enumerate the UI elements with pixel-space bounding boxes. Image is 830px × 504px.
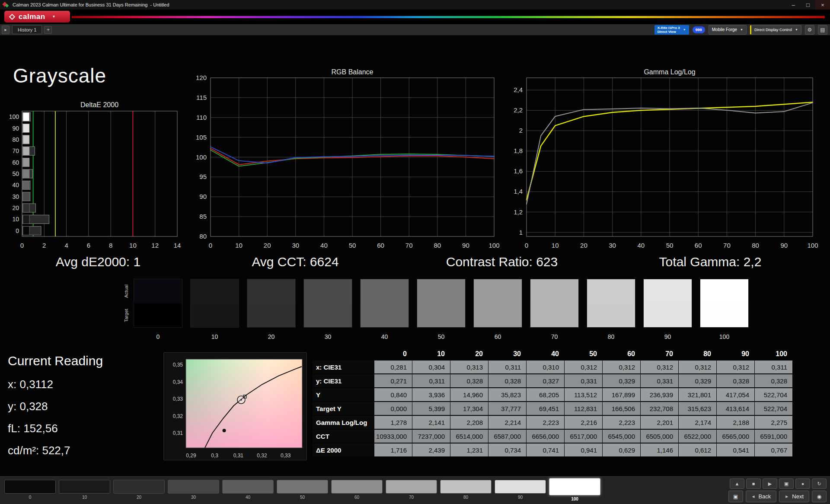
spectrum-gradient-bar <box>72 16 825 18</box>
axis-tick-label: 2 <box>42 242 46 249</box>
settings-gear-button[interactable]: ⚙ <box>805 25 814 35</box>
axis-tick-label: 110 <box>196 114 207 121</box>
source-dropdown[interactable]: Mobile Forge ▼ <box>709 25 747 35</box>
axis-tick-label: 105 <box>196 134 207 141</box>
axis-tick-label: 0,35 <box>173 362 183 368</box>
tab-history-1[interactable]: History 1 <box>12 25 42 34</box>
swatch-actual <box>587 279 635 303</box>
pattern-label: 70 <box>386 495 437 500</box>
axis-tick-label: 20 <box>264 242 271 248</box>
table-cell: 2,439 <box>412 443 450 456</box>
gray-chip <box>23 124 29 133</box>
table-cell: 522,704 <box>755 402 792 415</box>
pattern-button-70[interactable]: 70 <box>386 480 437 500</box>
swatch-level-label: 50 <box>417 333 466 340</box>
axis-tick-label: 4 <box>64 242 68 249</box>
table-header-cell: 90 <box>717 348 754 360</box>
axis-tick-label: 0,29 <box>186 453 196 459</box>
next-button[interactable]: ► Next <box>779 491 809 502</box>
pattern-button-50[interactable]: 50 <box>277 480 328 500</box>
table-cell: 2,275 <box>755 416 792 429</box>
gamma-plot: 010203040506070809010011,21,41,61,822,22… <box>506 74 826 248</box>
swatch-target <box>644 303 692 328</box>
pattern-face <box>168 480 219 494</box>
pattern-button-100[interactable]: 100 <box>549 480 600 501</box>
pattern-button-0[interactable]: 0 <box>4 480 56 500</box>
pattern-button-10[interactable]: 10 <box>59 480 110 500</box>
pattern-face <box>331 480 383 494</box>
swatch-target <box>474 303 522 328</box>
next-icon: ► <box>785 494 789 499</box>
tab-nav-arrow-button[interactable]: ▸ <box>2 26 10 34</box>
gray-chip <box>23 215 29 223</box>
axis-tick-label: 0,33 <box>173 396 183 402</box>
table-cell: 413,614 <box>717 402 754 415</box>
pattern-button-80[interactable]: 80 <box>440 480 492 500</box>
pattern-button-30[interactable]: 30 <box>168 480 219 500</box>
axis-tick-label: 70 <box>12 147 19 154</box>
pattern-button-90[interactable]: 90 <box>495 480 546 500</box>
add-tab-button[interactable]: + <box>44 26 52 34</box>
table-cell: 2,223 <box>603 416 640 429</box>
measurement-table: 0102030405060708090100x: CIE310,2810,304… <box>313 348 792 456</box>
axis-tick-label: 90 <box>462 242 469 248</box>
pattern-button[interactable]: ▣ <box>779 478 794 489</box>
back-icon: ◄ <box>751 494 756 499</box>
current-reading-title: Current Reading <box>8 354 103 368</box>
gray-chip <box>23 226 29 235</box>
next-label: Next <box>792 493 804 500</box>
axis-tick-label: 0,31 <box>173 430 183 436</box>
table-header-cell: 20 <box>450 348 488 360</box>
calman-logo-menu[interactable]: calman ▼ <box>4 11 70 22</box>
loop-button[interactable]: ↻ <box>812 478 827 489</box>
axis-tick-label: 10 <box>12 216 19 223</box>
play-button[interactable]: ▶ <box>763 478 777 489</box>
stop-button[interactable]: ■ <box>746 478 761 489</box>
source-label: Mobile Forge <box>712 27 737 32</box>
minimize-button[interactable]: – <box>786 0 801 10</box>
cie-chart: 0,290,30,310,320,330,310,320,330,340,35 <box>164 353 307 463</box>
table-header-cell: 60 <box>603 348 640 360</box>
back-button[interactable]: ◄ Back <box>746 491 777 502</box>
axis-tick-label: 14 <box>174 242 181 249</box>
swatch-level-50: 50 <box>417 279 466 340</box>
measured-point-center <box>240 399 242 401</box>
axis-tick-label: 40 <box>12 182 19 188</box>
reading-y: y: 0,328 <box>8 400 103 413</box>
meter-dropdown[interactable]: X-Rite i1Pro 3 Direct View ▼ <box>654 25 689 35</box>
table-cell: 0,840 <box>374 388 412 401</box>
table-cell: 232,708 <box>641 402 678 415</box>
chevron-down-icon: ▼ <box>740 28 743 31</box>
meter-toolbar: X-Rite i1Pro 3 Direct View ▼ 999 Mobile … <box>654 25 827 35</box>
table-cell: 0,311 <box>488 360 526 373</box>
axis-tick-label: 70 <box>405 242 413 248</box>
pattern-button-60[interactable]: 60 <box>331 480 383 500</box>
swatch-level-20: 20 <box>247 279 296 340</box>
eject-button[interactable]: ▲ <box>730 478 744 489</box>
record-button[interactable]: ● <box>795 478 810 489</box>
strip-actual-label: Actual <box>124 279 131 303</box>
axis-tick-label: 70 <box>723 242 731 248</box>
gray-chip <box>23 112 29 121</box>
panel-toggle-button[interactable]: ▤ <box>818 25 827 35</box>
close-button[interactable]: × <box>815 0 830 10</box>
stat-avg-de2000: Avg dE2000: 1 <box>56 255 140 269</box>
axis-tick-label: 10 <box>129 242 137 249</box>
reading-x: x: 0,3112 <box>8 378 103 391</box>
pattern-window-button[interactable]: ▣ <box>728 491 743 502</box>
pattern-label: 30 <box>168 495 219 500</box>
swatch-level-label: 100 <box>700 333 749 340</box>
display-control-dropdown[interactable]: Direct Display Control ▼ <box>750 25 801 35</box>
table-cell: 3,936 <box>412 388 450 401</box>
pattern-button-40[interactable]: 40 <box>222 480 274 500</box>
continuous-read-button[interactable]: ◉ <box>812 491 827 502</box>
swatch-level-0: 0 <box>134 279 182 340</box>
axis-tick-label: 1 <box>519 229 523 236</box>
axis-tick-label: 80 <box>199 233 207 240</box>
pattern-button-20[interactable]: 20 <box>113 480 165 500</box>
axis-tick-label: 20 <box>12 204 19 211</box>
maximize-button[interactable]: □ <box>801 0 815 10</box>
axis-tick-label: 60 <box>377 242 384 248</box>
stat-contrast-ratio: Contrast Ratio: 623 <box>446 255 558 269</box>
table-cell: 6545,000 <box>603 430 640 443</box>
